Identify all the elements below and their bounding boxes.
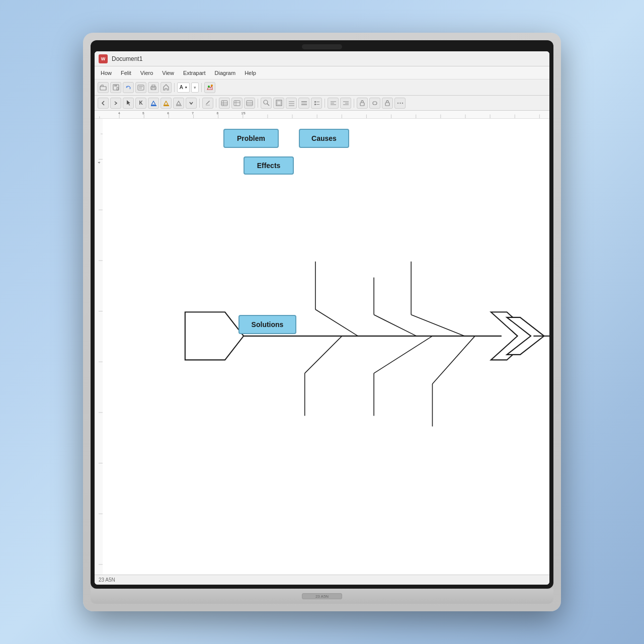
svg-point-51 xyxy=(399,102,400,103)
align-left-button[interactable] xyxy=(328,98,339,109)
menu-extrapart[interactable]: Extrapart xyxy=(179,69,210,77)
svg-rect-25 xyxy=(247,101,253,106)
svg-rect-16 xyxy=(176,105,182,106)
screen: W Document1 How Felit Viero View Extrapa… xyxy=(95,51,549,585)
svg-rect-31 xyxy=(277,101,281,105)
separator-6 xyxy=(325,99,325,108)
menu-bar: How Felit Viero View Extrapart Diagram H… xyxy=(95,66,549,79)
menu-viero[interactable]: Viero xyxy=(136,69,157,77)
fill-color-button[interactable] xyxy=(148,98,159,109)
toolbar-row1: A▾ ▾ xyxy=(95,79,549,96)
svg-rect-3 xyxy=(117,88,118,90)
svg-line-103 xyxy=(374,336,432,373)
svg-text:4: 4 xyxy=(98,162,101,164)
svg-marker-92 xyxy=(185,312,244,360)
search-button[interactable] xyxy=(261,98,272,109)
svg-text:1'5: 1'5 xyxy=(242,112,246,115)
arrow-dropdown-button[interactable] xyxy=(186,98,197,109)
open-button[interactable] xyxy=(98,82,109,93)
svg-line-107 xyxy=(305,336,342,373)
svg-rect-14 xyxy=(151,105,156,106)
svg-text:7: 7 xyxy=(192,112,194,115)
home-button[interactable] xyxy=(160,82,172,93)
svg-line-97 xyxy=(411,315,464,336)
app-icon: W xyxy=(99,54,108,63)
separator-7 xyxy=(354,99,354,108)
pen-button[interactable] xyxy=(202,98,213,109)
status-bar: 23 A5N xyxy=(95,575,549,585)
svg-rect-48 xyxy=(360,103,364,106)
table1-button[interactable] xyxy=(219,98,230,109)
svg-rect-53 xyxy=(95,111,549,118)
solutions-box[interactable]: Solutions xyxy=(238,315,296,334)
menu-diagram[interactable]: Diagram xyxy=(211,69,240,77)
svg-line-29 xyxy=(267,104,269,106)
svg-text:5: 5 xyxy=(142,112,144,115)
font-dropdown[interactable]: ▾ xyxy=(191,83,199,93)
svg-line-99 xyxy=(374,315,417,336)
menu-how[interactable]: How xyxy=(97,69,116,77)
svg-rect-2 xyxy=(114,85,117,87)
svg-point-52 xyxy=(401,102,403,103)
save-button[interactable] xyxy=(110,82,121,93)
paint-bucket-button[interactable] xyxy=(173,98,184,109)
title-bar: W Document1 xyxy=(95,51,549,66)
svg-rect-18 xyxy=(221,101,227,106)
format-button[interactable] xyxy=(135,82,146,93)
undo-button[interactable] xyxy=(123,82,134,93)
camera-notch xyxy=(302,44,342,49)
chain-button[interactable] xyxy=(369,98,380,109)
problem-box[interactable]: Problem xyxy=(223,129,279,148)
list3-button[interactable] xyxy=(311,98,322,109)
svg-text:8: 8 xyxy=(217,112,218,115)
svg-point-12 xyxy=(211,85,213,87)
svg-line-101 xyxy=(315,309,358,336)
align-right-button[interactable] xyxy=(340,98,351,109)
separator-3 xyxy=(199,99,200,108)
screen-bezel: W Document1 How Felit Viero View Extrapa… xyxy=(91,40,553,589)
effects-box[interactable]: Effects xyxy=(244,156,294,175)
horizontal-ruler: 4 5 6 7 8 1'5 xyxy=(95,111,549,119)
vertical-ruler: 4 xyxy=(95,119,103,575)
svg-point-28 xyxy=(264,100,268,104)
laptop-outer: W Document1 How Felit Viero View Extrapa… xyxy=(83,33,561,611)
list2-button[interactable] xyxy=(298,98,309,109)
svg-rect-10 xyxy=(152,88,155,90)
laptop-bottom: 23 A5N xyxy=(91,589,553,604)
svg-rect-38 xyxy=(314,101,316,103)
forward-dropdown[interactable] xyxy=(110,98,121,109)
svg-rect-5 xyxy=(138,85,144,90)
separator-2 xyxy=(201,83,202,92)
lock-dropdown[interactable] xyxy=(382,98,393,109)
font-size-combo[interactable]: A▾ xyxy=(177,83,190,93)
svg-rect-40 xyxy=(314,104,316,105)
toolbar-row2: K xyxy=(95,96,549,111)
table3-button[interactable] xyxy=(244,98,255,109)
chart-button[interactable] xyxy=(204,82,215,93)
table2-button[interactable] xyxy=(231,98,243,109)
svg-point-13 xyxy=(208,86,210,88)
frame-button[interactable] xyxy=(273,98,284,109)
cursor-button[interactable] xyxy=(123,98,134,109)
main-content-area: 4 xyxy=(95,119,549,575)
status-text: 23 A5N xyxy=(99,577,115,583)
trackpad-indicator: 23 A5N xyxy=(302,593,342,599)
svg-rect-15 xyxy=(164,105,169,106)
svg-line-105 xyxy=(432,336,475,384)
canvas-area[interactable]: Problem Causes Effects Solutions xyxy=(103,119,549,575)
fishbone-svg xyxy=(103,119,549,575)
svg-rect-22 xyxy=(234,101,240,106)
menu-view[interactable]: View xyxy=(158,69,178,77)
eraser-button[interactable] xyxy=(160,98,172,109)
lock-button[interactable] xyxy=(357,98,368,109)
causes-box[interactable]: Causes xyxy=(299,129,349,148)
menu-felit[interactable]: Felit xyxy=(117,69,135,77)
list1-button[interactable] xyxy=(286,98,297,109)
more-dropdown[interactable] xyxy=(394,98,406,109)
k-button[interactable]: K xyxy=(135,98,146,109)
svg-point-50 xyxy=(397,102,398,103)
menu-help[interactable]: Help xyxy=(240,69,260,77)
back-button[interactable] xyxy=(98,98,109,109)
svg-rect-49 xyxy=(385,103,389,106)
print-button[interactable] xyxy=(148,82,159,93)
